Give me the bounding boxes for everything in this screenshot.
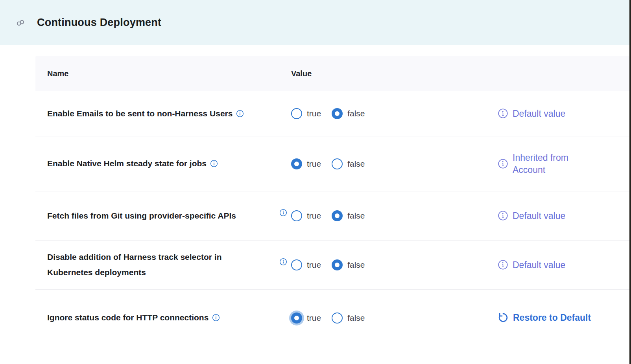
status-link-label: Default value (513, 108, 565, 119)
radio-true-label: true (307, 211, 321, 221)
radio-false[interactable] (332, 313, 343, 324)
info-tooltip-icon[interactable] (279, 209, 287, 217)
info-tooltip-icon[interactable] (279, 258, 287, 266)
radio-true[interactable] (291, 313, 302, 324)
setting-value-cell: true false (275, 259, 498, 270)
setting-name-label: Enable Native Helm steady state for jobs (47, 159, 207, 168)
setting-value-cell: true false (275, 158, 498, 169)
section-title: Continuous Deployment (37, 17, 161, 29)
radio-option-true[interactable]: true (291, 158, 321, 169)
radio-option-false[interactable]: false (332, 108, 365, 119)
setting-name-cell: Disable addition of Harness track select… (35, 250, 275, 280)
radio-false-label: false (347, 211, 365, 221)
setting-status-link[interactable]: Default value (498, 210, 629, 222)
radio-true[interactable] (291, 210, 302, 221)
info-circle-icon[interactable] (498, 210, 508, 221)
radio-true[interactable] (291, 259, 302, 270)
setting-name-label: Fetch files from Git using provider-spec… (47, 211, 236, 220)
settings-row: Fetch files from Git using provider-spec… (35, 191, 629, 241)
radio-true-label: true (307, 260, 321, 270)
status-link-label: Inherited from Account (513, 152, 589, 176)
table-header-row: Name Value (35, 56, 629, 91)
radio-option-false[interactable]: false (332, 210, 365, 221)
setting-name-label: Ignore status code for HTTP connections (47, 313, 208, 322)
radio-false-label: false (347, 159, 365, 169)
radio-false[interactable] (332, 158, 343, 169)
column-header-name: Name (35, 69, 275, 78)
radio-true-label: true (307, 109, 321, 118)
settings-row: Enable Emails to be sent to non-Harness … (35, 91, 629, 136)
section-header: Continuous Deployment (0, 0, 631, 45)
setting-name-cell: Enable Native Helm steady state for jobs (35, 156, 275, 171)
radio-true[interactable] (291, 108, 302, 119)
info-circle-icon[interactable] (498, 108, 508, 119)
radio-false[interactable] (332, 210, 343, 221)
radio-group: true false (291, 313, 365, 324)
setting-name-label: Disable addition of Harness track select… (47, 252, 221, 277)
setting-status-link[interactable]: Restore to Default (498, 312, 629, 324)
settings-rows: Enable Emails to be sent to non-Harness … (35, 91, 629, 346)
info-tooltip-icon[interactable] (212, 314, 220, 322)
status-link-label: Default value (513, 259, 565, 271)
column-header-value: Value (275, 69, 498, 78)
radio-group: true false (291, 210, 365, 221)
link-chain-icon[interactable] (16, 18, 25, 28)
setting-name-cell: Ignore status code for HTTP connections (35, 310, 275, 325)
info-tooltip-icon[interactable] (210, 160, 218, 167)
setting-name-label: Enable Emails to be sent to non-Harness … (47, 109, 232, 118)
radio-option-false[interactable]: false (332, 313, 365, 324)
status-link-label: Restore to Default (513, 312, 591, 324)
setting-value-cell: true false (275, 210, 498, 221)
settings-row: Ignore status code for HTTP connections … (35, 290, 629, 346)
settings-table: Name Value Enable Emails to be sent to n… (35, 56, 629, 346)
setting-status-link[interactable]: Default value (498, 259, 629, 271)
radio-false[interactable] (332, 259, 343, 270)
radio-group: true false (291, 158, 365, 169)
radio-true[interactable] (291, 158, 302, 169)
setting-name-cell: Enable Emails to be sent to non-Harness … (35, 106, 275, 121)
radio-false[interactable] (332, 108, 343, 119)
radio-false-label: false (347, 109, 365, 118)
radio-option-true[interactable]: true (291, 259, 321, 270)
radio-true-label: true (307, 159, 321, 169)
setting-value-cell: true false (275, 313, 498, 324)
restore-undo-icon[interactable] (498, 312, 509, 323)
radio-true-label: true (307, 313, 321, 323)
radio-option-true[interactable]: true (291, 313, 321, 324)
info-circle-icon[interactable] (498, 158, 508, 169)
setting-status-link[interactable]: Inherited from Account (498, 152, 629, 176)
info-circle-icon[interactable] (498, 259, 508, 270)
radio-group: true false (291, 108, 365, 119)
settings-row: Enable Native Helm steady state for jobs… (35, 136, 629, 191)
radio-false-label: false (347, 313, 365, 323)
status-link-label: Default value (513, 210, 565, 222)
radio-false-label: false (347, 260, 365, 270)
setting-value-cell: true false (275, 108, 498, 119)
setting-name-cell: Fetch files from Git using provider-spec… (35, 208, 275, 224)
radio-option-true[interactable]: true (291, 210, 321, 221)
radio-option-true[interactable]: true (291, 108, 321, 119)
screen-edge-strip (629, 0, 631, 364)
radio-option-false[interactable]: false (332, 259, 365, 270)
radio-group: true false (291, 259, 365, 270)
radio-option-false[interactable]: false (332, 158, 365, 169)
setting-status-link[interactable]: Default value (498, 108, 629, 119)
settings-row: Disable addition of Harness track select… (35, 241, 629, 290)
info-tooltip-icon[interactable] (236, 110, 244, 118)
